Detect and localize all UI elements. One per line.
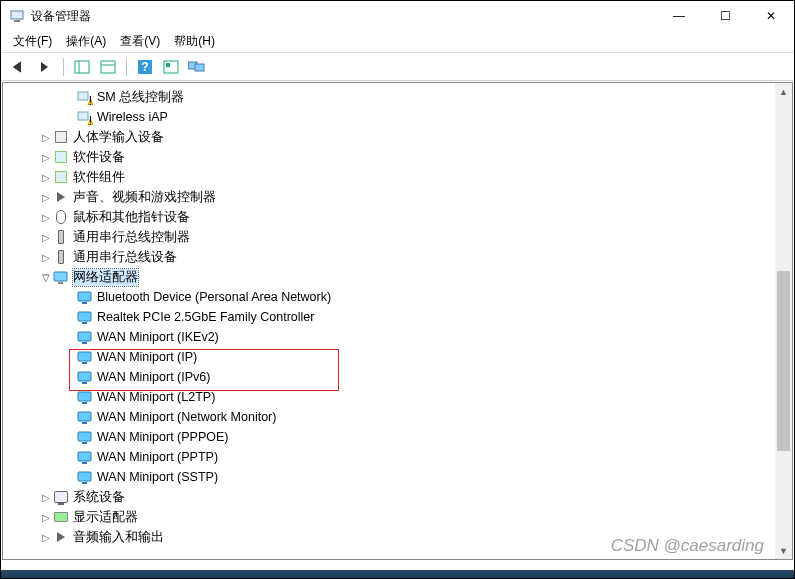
expander-icon[interactable]: ▷ (39, 252, 53, 263)
computer-icon (53, 489, 69, 505)
expander-icon[interactable]: ▽ (39, 272, 53, 283)
svg-rect-22 (78, 312, 91, 321)
device-item[interactable]: WAN Miniport (IPv6) (3, 367, 792, 387)
separator (126, 58, 127, 76)
svg-rect-1 (14, 20, 20, 22)
tree-item-label: SM 总线控制器 (97, 89, 184, 106)
expander-icon[interactable]: ▷ (39, 492, 53, 503)
titlebar[interactable]: 设备管理器 — ☐ ✕ (1, 1, 794, 31)
expander-icon[interactable]: ▷ (39, 212, 53, 223)
svg-rect-15 (78, 112, 88, 120)
svg-rect-9 (166, 63, 170, 67)
minimize-button[interactable]: — (656, 1, 702, 31)
net-icon (53, 269, 69, 285)
expander-icon[interactable]: ▷ (39, 152, 53, 163)
hid-icon (53, 129, 69, 145)
svg-rect-34 (78, 432, 91, 441)
device-tree[interactable]: !SM 总线控制器!Wireless iAP▷人体学输入设备▷软件设备▷软件组件… (3, 83, 792, 559)
svg-rect-29 (82, 382, 87, 384)
expander-icon[interactable]: ▷ (39, 132, 53, 143)
svg-rect-37 (82, 462, 87, 464)
monitors-button[interactable] (185, 56, 209, 78)
tree-item-label: WAN Miniport (PPTP) (97, 450, 218, 464)
expander-icon[interactable]: ▷ (39, 532, 53, 543)
svg-text:!: ! (89, 114, 92, 126)
watermark: CSDN @caesarding (611, 536, 764, 556)
netchild-icon (77, 329, 93, 345)
expander-icon[interactable]: ▷ (39, 232, 53, 243)
svg-rect-35 (82, 442, 87, 444)
device-item[interactable]: WAN Miniport (PPPOE) (3, 427, 792, 447)
close-button[interactable]: ✕ (748, 1, 794, 31)
tree-item-label: Realtek PCIe 2.5GbE Family Controller (97, 310, 314, 324)
sound-icon (53, 189, 69, 205)
device-item[interactable]: WAN Miniport (IKEv2) (3, 327, 792, 347)
svg-rect-20 (78, 292, 91, 301)
toolbar-btn-1[interactable] (70, 56, 94, 78)
menu-help[interactable]: 帮助(H) (174, 33, 215, 50)
tree-item-label: WAN Miniport (Network Monitor) (97, 410, 276, 424)
tree-item-label: 网络适配器 (73, 269, 138, 286)
back-button[interactable] (7, 56, 31, 78)
sound-icon (53, 529, 69, 545)
toolbar: ? (1, 53, 794, 81)
device-item[interactable]: WAN Miniport (L2TP) (3, 387, 792, 407)
device-item[interactable]: !SM 总线控制器 (3, 87, 792, 107)
device-item[interactable]: WAN Miniport (SSTP) (3, 467, 792, 487)
device-item[interactable]: WAN Miniport (PPTP) (3, 447, 792, 467)
category-item[interactable]: ▷显示适配器 (3, 507, 792, 527)
scroll-up-arrow[interactable]: ▲ (775, 83, 792, 100)
category-item[interactable]: ▷鼠标和其他指针设备 (3, 207, 792, 227)
category-item[interactable]: ▷声音、视频和游戏控制器 (3, 187, 792, 207)
category-item[interactable]: ▷软件组件 (3, 167, 792, 187)
category-item[interactable]: ▽网络适配器 (3, 267, 792, 287)
maximize-button[interactable]: ☐ (702, 1, 748, 31)
menu-file[interactable]: 文件(F) (13, 33, 52, 50)
category-item[interactable]: ▷人体学输入设备 (3, 127, 792, 147)
expander-icon[interactable]: ▷ (39, 512, 53, 523)
window-title: 设备管理器 (31, 8, 656, 25)
toolbar-btn-3[interactable] (159, 56, 183, 78)
tree-item-label: WAN Miniport (PPPOE) (97, 430, 229, 444)
device-item[interactable]: Realtek PCIe 2.5GbE Family Controller (3, 307, 792, 327)
warn-icon: ! (77, 109, 93, 125)
device-item[interactable]: Bluetooth Device (Personal Area Network) (3, 287, 792, 307)
tree-item-label: 软件组件 (73, 169, 125, 186)
expander-icon[interactable]: ▷ (39, 172, 53, 183)
svg-rect-19 (58, 282, 63, 284)
svg-rect-27 (82, 362, 87, 364)
category-item[interactable]: ▷软件设备 (3, 147, 792, 167)
tree-item-label: 声音、视频和游戏控制器 (73, 189, 216, 206)
app-icon (9, 8, 25, 24)
device-item[interactable]: !Wireless iAP (3, 107, 792, 127)
tree-item-label: 鼠标和其他指针设备 (73, 209, 190, 226)
tree-item-label: WAN Miniport (SSTP) (97, 470, 218, 484)
tree-item-label: 系统设备 (73, 489, 125, 506)
device-item[interactable]: WAN Miniport (Network Monitor) (3, 407, 792, 427)
scroll-down-arrow[interactable]: ▼ (775, 542, 792, 559)
vertical-scrollbar[interactable]: ▲ ▼ (775, 83, 792, 559)
svg-rect-2 (75, 61, 89, 73)
svg-rect-31 (82, 402, 87, 404)
category-item[interactable]: ▷系统设备 (3, 487, 792, 507)
netchild-icon (77, 309, 93, 325)
menu-view[interactable]: 查看(V) (120, 33, 160, 50)
expander-icon[interactable]: ▷ (39, 192, 53, 203)
scrollbar-thumb[interactable] (777, 271, 790, 451)
forward-button[interactable] (33, 56, 57, 78)
netchild-icon (77, 389, 93, 405)
svg-rect-30 (78, 392, 91, 401)
card-icon (53, 509, 69, 525)
category-item[interactable]: ▷通用串行总线设备 (3, 247, 792, 267)
category-item[interactable]: ▷通用串行总线控制器 (3, 227, 792, 247)
toolbar-btn-2[interactable] (96, 56, 120, 78)
netchild-icon (77, 349, 93, 365)
tree-item-label: 软件设备 (73, 149, 125, 166)
netchild-icon (77, 449, 93, 465)
help-button[interactable]: ? (133, 56, 157, 78)
svg-rect-21 (82, 302, 87, 304)
menu-action[interactable]: 操作(A) (66, 33, 106, 50)
window-controls: — ☐ ✕ (656, 1, 794, 31)
device-item[interactable]: WAN Miniport (IP) (3, 347, 792, 367)
svg-rect-28 (78, 372, 91, 381)
